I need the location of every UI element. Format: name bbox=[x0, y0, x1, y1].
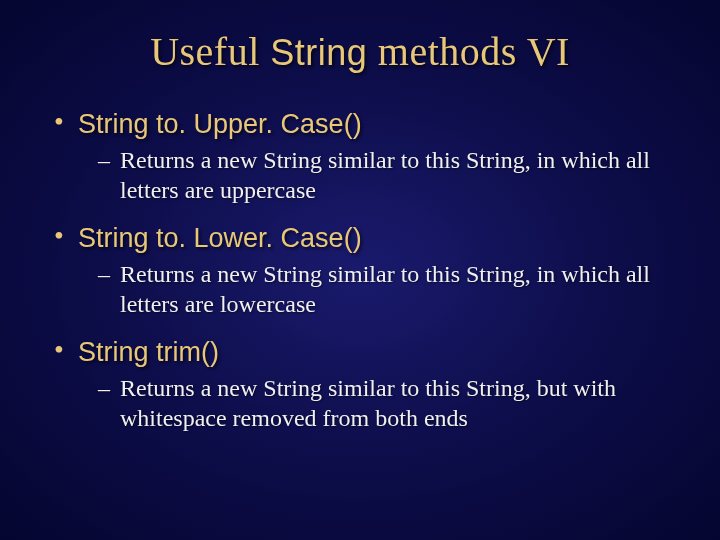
sub-list: Returns a new String similar to this Str… bbox=[98, 373, 670, 433]
method-signature: String to. Lower. Case() bbox=[78, 219, 670, 257]
method-description: Returns a new String similar to this Str… bbox=[98, 145, 670, 205]
sub-list: Returns a new String similar to this Str… bbox=[98, 145, 670, 205]
method-description: Returns a new String similar to this Str… bbox=[98, 373, 670, 433]
title-part2: String bbox=[270, 32, 367, 73]
method-signature: String to. Upper. Case() bbox=[78, 105, 670, 143]
slide: Useful String methods VI String to. Uppe… bbox=[0, 0, 720, 540]
list-item: String to. Lower. Case() Returns a new S… bbox=[50, 219, 670, 319]
title-part3: methods VI bbox=[367, 29, 570, 74]
sub-list: Returns a new String similar to this Str… bbox=[98, 259, 670, 319]
list-item: String to. Upper. Case() Returns a new S… bbox=[50, 105, 670, 205]
method-description: Returns a new String similar to this Str… bbox=[98, 259, 670, 319]
title-part1: Useful bbox=[150, 29, 270, 74]
bullet-list: String to. Upper. Case() Returns a new S… bbox=[50, 105, 670, 433]
list-item: String trim() Returns a new String simil… bbox=[50, 333, 670, 433]
method-signature: String trim() bbox=[78, 333, 670, 371]
slide-title: Useful String methods VI bbox=[50, 28, 670, 75]
